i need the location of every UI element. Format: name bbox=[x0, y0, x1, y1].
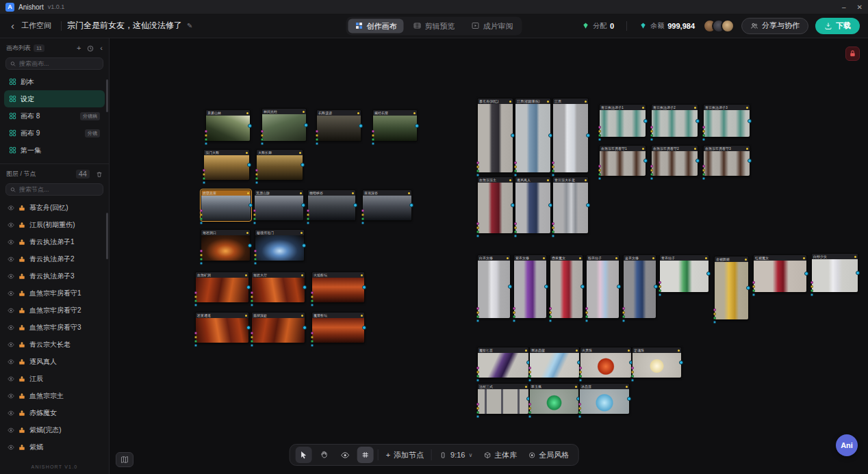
canvas-node-card[interactable]: 血煞宗牢房看守2 bbox=[651, 145, 698, 176]
layer-node-item[interactable]: 江辰(初期重伤) bbox=[4, 216, 105, 233]
layer-node-item[interactable]: 慕玄舟(回忆) bbox=[4, 199, 105, 216]
input-ports[interactable] bbox=[598, 126, 601, 141]
canvas-node-card[interactable]: 慕玄舟(回忆) bbox=[477, 98, 513, 173]
input-ports[interactable] bbox=[476, 161, 479, 176]
export-node-icon[interactable] bbox=[18, 239, 25, 246]
back-button[interactable]: ‹ bbox=[8, 21, 17, 31]
output-port[interactable] bbox=[586, 203, 590, 207]
minimize-icon[interactable]: – bbox=[842, 3, 846, 11]
output-port[interactable] bbox=[303, 326, 307, 330]
canvas-node-card[interactable]: 绝壁悬崖 bbox=[201, 189, 251, 221]
input-ports[interactable] bbox=[579, 367, 582, 382]
output-port[interactable] bbox=[248, 203, 253, 207]
eye-icon[interactable] bbox=[8, 222, 14, 228]
canvas-node-card[interactable]: 晨雾山林 bbox=[205, 109, 251, 142]
input-ports[interactable] bbox=[552, 222, 554, 237]
close-icon[interactable]: ✕ bbox=[857, 3, 863, 11]
export-node-icon[interactable] bbox=[18, 324, 25, 331]
eye-icon[interactable] bbox=[8, 358, 14, 365]
layer-node-item[interactable]: 青云执法弟子1 bbox=[4, 233, 105, 250]
input-ports[interactable] bbox=[372, 130, 374, 145]
canvas-list-item[interactable]: 第一集 bbox=[4, 142, 105, 159]
eye-icon[interactable] bbox=[8, 427, 14, 434]
input-ports[interactable] bbox=[200, 250, 203, 265]
layer-node-item[interactable]: 青云宗大长老 bbox=[4, 336, 105, 353]
input-ports[interactable] bbox=[702, 165, 705, 180]
layer-node-item[interactable]: 血煞宗宗主 bbox=[4, 387, 105, 404]
canvas-node-card[interactable]: 熔岩大厅 bbox=[251, 272, 305, 303]
output-port[interactable] bbox=[586, 133, 590, 137]
canvas-node-card[interactable]: 青云执法弟子2 bbox=[651, 104, 698, 137]
input-ports[interactable] bbox=[253, 209, 256, 224]
input-ports[interactable] bbox=[361, 209, 364, 224]
canvas-node-card[interactable]: 白衣女修 bbox=[477, 254, 511, 319]
export-node-icon[interactable] bbox=[18, 376, 25, 382]
input-ports[interactable] bbox=[713, 308, 716, 324]
add-node-button[interactable]: + 添加节点 bbox=[383, 450, 427, 460]
eye-icon[interactable] bbox=[8, 239, 14, 246]
canvas-node-card[interactable]: 青云宗大长老 bbox=[552, 176, 589, 234]
canvas-node-card[interactable]: 血煞矿洞 bbox=[195, 272, 249, 303]
output-port[interactable] bbox=[627, 397, 631, 401]
canvas-node-card[interactable]: 火焰祭坛 bbox=[311, 272, 365, 303]
input-ports[interactable] bbox=[549, 307, 552, 322]
eye-icon[interactable] bbox=[8, 256, 14, 263]
node-search-input[interactable] bbox=[19, 186, 99, 193]
output-port[interactable] bbox=[617, 285, 621, 289]
input-ports[interactable] bbox=[476, 367, 479, 382]
layer-node-item[interactable]: 紫嫣 bbox=[4, 438, 105, 456]
add-canvas-icon[interactable]: + bbox=[77, 44, 81, 52]
output-port[interactable] bbox=[508, 285, 512, 289]
canvas-node-card[interactable]: 幽暗峡谷 bbox=[307, 189, 356, 221]
collaborator-avatars[interactable] bbox=[703, 19, 735, 33]
input-ports[interactable] bbox=[311, 332, 314, 347]
output-port[interactable] bbox=[247, 163, 251, 167]
canvas-node-card[interactable]: 崖底深谷 bbox=[362, 189, 412, 221]
output-port[interactable] bbox=[303, 285, 307, 289]
canvas-node-card[interactable]: 赤发魔女 bbox=[550, 254, 583, 319]
canvas-node-card[interactable]: 藏经石窟 bbox=[372, 109, 418, 142]
output-port[interactable] bbox=[544, 285, 548, 289]
canvas-node-card[interactable]: 青衣仙子 bbox=[659, 254, 709, 293]
canvas-node-card[interactable]: 大殿长廊 bbox=[256, 149, 303, 181]
eye-icon[interactable] bbox=[8, 273, 14, 280]
subject-library-button[interactable]: 主体库 bbox=[480, 450, 520, 460]
input-ports[interactable] bbox=[552, 161, 554, 176]
output-port[interactable] bbox=[248, 243, 252, 248]
pan-tool-button[interactable] bbox=[316, 447, 333, 463]
eye-icon[interactable] bbox=[8, 341, 14, 348]
eye-icon[interactable] bbox=[8, 393, 14, 399]
edit-title-icon[interactable]: ✎ bbox=[187, 22, 192, 29]
canvas-node-card[interactable]: 青云执法弟子1 bbox=[599, 104, 646, 137]
canvas-node-card[interactable]: 蓝衣女修 bbox=[623, 254, 656, 319]
output-port[interactable] bbox=[856, 271, 860, 275]
canvas-node-card[interactable]: 冰晶莲 bbox=[579, 383, 630, 414]
canvas-node-card[interactable]: 荒原山脉 bbox=[254, 189, 304, 221]
output-port[interactable] bbox=[654, 285, 658, 289]
input-ports[interactable] bbox=[205, 130, 207, 145]
tab-edit-preview[interactable]: 剪辑预览 bbox=[407, 18, 462, 33]
collapse-sidebar-icon[interactable]: ‹ bbox=[100, 44, 103, 52]
ai-assistant-fab[interactable]: Ani bbox=[836, 434, 858, 456]
input-ports[interactable] bbox=[578, 403, 581, 418]
output-port[interactable] bbox=[409, 203, 413, 207]
export-node-icon[interactable] bbox=[18, 341, 25, 348]
select-tool-button[interactable] bbox=[296, 447, 312, 463]
layer-node-item[interactable]: 青云执法弟子3 bbox=[4, 267, 105, 285]
input-ports[interactable] bbox=[194, 291, 197, 306]
export-node-icon[interactable] bbox=[18, 393, 25, 399]
canvas-node-card[interactable]: 逐风真人 bbox=[515, 176, 551, 234]
canvas-node-card[interactable]: 寒冰晶簇 bbox=[529, 347, 580, 378]
canvas-node-card[interactable]: 血煞宗牢房看守3 bbox=[703, 145, 750, 176]
canvas-node-card[interactable]: 秘境传送门 bbox=[255, 229, 305, 261]
output-port[interactable] bbox=[748, 119, 752, 123]
output-port[interactable] bbox=[746, 286, 750, 290]
input-ports[interactable] bbox=[631, 367, 634, 382]
canvas-node-card[interactable]: 石殿遗迹 bbox=[316, 109, 361, 142]
eye-icon[interactable] bbox=[8, 290, 14, 297]
input-ports[interactable] bbox=[251, 291, 253, 306]
tab-final-review[interactable]: 成片审阅 bbox=[465, 18, 520, 33]
input-ports[interactable] bbox=[650, 165, 653, 180]
canvas-node-card[interactable]: 魔纹匕首 bbox=[477, 347, 529, 378]
canvas-node-card[interactable]: 紫衣女修 bbox=[513, 254, 547, 319]
